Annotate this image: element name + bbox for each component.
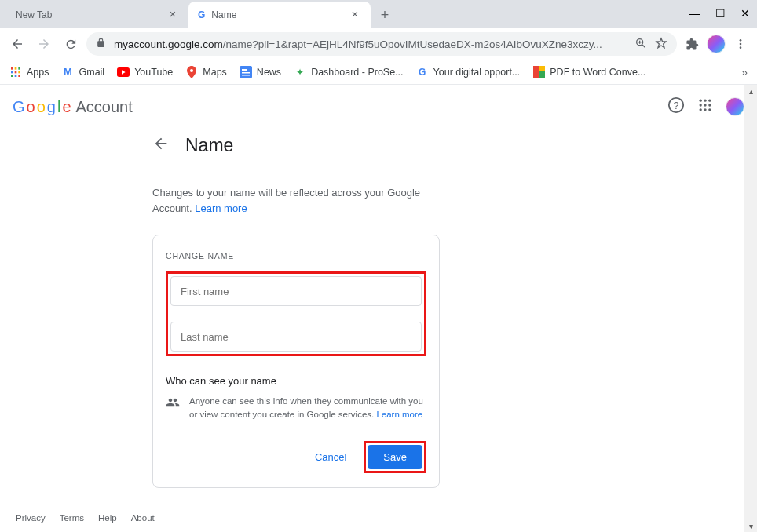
tab-title: New Tab: [16, 9, 160, 20]
maps-pin-icon: [185, 66, 198, 78]
bookmark-pdf-word[interactable]: PDF to Word Conve...: [532, 66, 645, 78]
account-avatar[interactable]: [726, 97, 744, 116]
svg-rect-7: [11, 67, 13, 70]
new-tab-button[interactable]: +: [374, 4, 396, 26]
svg-rect-24: [539, 71, 545, 78]
reload-button[interactable]: [60, 33, 82, 55]
svg-rect-21: [242, 75, 250, 76]
svg-text:?: ?: [673, 100, 678, 111]
svg-rect-23: [539, 66, 545, 71]
svg-rect-22: [533, 66, 539, 78]
svg-rect-13: [11, 75, 13, 77]
apps-grid-icon: [9, 66, 22, 78]
svg-point-5: [740, 43, 742, 46]
people-icon: [166, 395, 180, 422]
svg-point-27: [700, 100, 702, 102]
zoom-icon[interactable]: [634, 37, 647, 52]
profile-avatar[interactable]: [707, 35, 726, 53]
svg-point-32: [708, 104, 711, 106]
tab-new-tab[interactable]: New Tab ×: [6, 2, 188, 28]
url-text: myaccount.google.com/name?pli=1&rapt=AEj…: [114, 38, 627, 50]
footer-links: Privacy Terms Help About: [16, 513, 155, 523]
youtube-icon: [117, 66, 130, 78]
scroll-down-icon[interactable]: ▾: [744, 519, 757, 532]
svg-point-4: [740, 39, 742, 42]
save-button-highlight: Save: [364, 441, 426, 473]
apps-grid-icon[interactable]: [697, 97, 713, 116]
footer-terms[interactable]: Terms: [60, 513, 84, 523]
footer-about[interactable]: About: [131, 513, 155, 523]
bookmark-maps[interactable]: Maps: [185, 66, 227, 78]
bookmark-gmail[interactable]: M Gmail: [62, 66, 105, 78]
google-g-icon: G: [416, 66, 429, 78]
svg-rect-20: [242, 72, 250, 74]
svg-point-31: [704, 104, 706, 106]
page-content: Google Account ? Name Changes to your na…: [0, 85, 757, 532]
svg-rect-15: [18, 75, 20, 77]
who-can-see-text: Anyone can see this info when they commu…: [189, 395, 426, 422]
menu-icon[interactable]: [730, 34, 751, 54]
name-inputs-highlight: [166, 271, 426, 356]
footer-help[interactable]: Help: [98, 513, 117, 523]
star-bookmark-icon[interactable]: [655, 37, 667, 52]
svg-point-35: [708, 108, 711, 111]
svg-point-33: [700, 108, 702, 111]
svg-rect-11: [15, 71, 17, 73]
last-name-input[interactable]: [170, 322, 422, 352]
learn-more-link[interactable]: Learn more: [195, 202, 247, 214]
svg-rect-10: [11, 71, 13, 73]
footer-privacy[interactable]: Privacy: [16, 513, 46, 523]
google-favicon: G: [198, 9, 205, 20]
close-tab-icon[interactable]: ×: [349, 9, 361, 21]
lock-icon: [96, 38, 106, 50]
save-button[interactable]: Save: [368, 445, 422, 469]
cancel-button[interactable]: Cancel: [307, 445, 354, 469]
app-bar: Google Account ?: [0, 85, 757, 129]
svg-rect-19: [242, 69, 247, 71]
card-label: CHANGE NAME: [166, 251, 426, 261]
svg-point-29: [708, 100, 711, 102]
extensions-icon[interactable]: [682, 34, 702, 54]
google-account-logo[interactable]: Google Account: [13, 98, 133, 116]
change-name-card: CHANGE NAME Who can see your name Anyone…: [152, 235, 440, 488]
svg-rect-12: [18, 71, 20, 73]
bookmark-digital-opport[interactable]: G Your digital opport...: [416, 66, 521, 78]
maximize-icon[interactable]: ☐: [715, 7, 726, 18]
svg-point-6: [740, 46, 742, 49]
svg-rect-14: [15, 75, 17, 77]
svg-point-28: [704, 100, 706, 102]
scroll-up-icon[interactable]: ▴: [744, 85, 757, 97]
page-title: Name: [185, 135, 233, 156]
description-text: Changes to your name will be reflected a…: [0, 169, 440, 222]
svg-point-17: [190, 69, 193, 72]
browser-chrome: New Tab × G Name × + — ☐ ✕ myaccount.: [0, 0, 757, 85]
back-button[interactable]: [6, 33, 28, 55]
close-tab-icon[interactable]: ×: [166, 9, 179, 21]
leaf-icon: ✦: [294, 66, 306, 78]
scrollbar[interactable]: ▴ ▾: [744, 85, 757, 532]
bookmark-youtube[interactable]: YouTube: [117, 66, 173, 78]
svg-point-30: [700, 104, 702, 106]
back-arrow-icon[interactable]: [152, 135, 170, 156]
bookmarks-overflow-icon[interactable]: »: [741, 66, 748, 78]
close-window-icon[interactable]: ✕: [740, 7, 751, 18]
bookmark-news[interactable]: News: [240, 66, 281, 78]
who-learn-more-link[interactable]: Learn more: [376, 410, 422, 419]
tab-name[interactable]: G Name ×: [188, 2, 371, 28]
help-icon[interactable]: ?: [667, 97, 685, 117]
bookmarks-bar: Apps M Gmail YouTube Maps News ✦ Dashboa…: [0, 60, 757, 85]
who-can-see-title: Who can see your name: [166, 375, 426, 387]
scroll-thumb[interactable]: [746, 97, 755, 519]
address-bar[interactable]: myaccount.google.com/name?pli=1&rapt=AEj…: [86, 32, 677, 56]
forward-button[interactable]: [33, 33, 55, 55]
svg-rect-8: [15, 67, 17, 70]
svg-line-1: [642, 45, 645, 47]
first-name-input[interactable]: [170, 276, 422, 306]
svg-rect-9: [18, 67, 20, 70]
bookmark-dashboard[interactable]: ✦ Dashboard - ProSe...: [294, 66, 403, 78]
bookmark-apps[interactable]: Apps: [9, 66, 49, 78]
minimize-icon[interactable]: —: [689, 7, 700, 18]
tab-title: Name: [211, 9, 342, 20]
svg-point-34: [704, 108, 706, 111]
gmail-icon: M: [62, 66, 75, 78]
